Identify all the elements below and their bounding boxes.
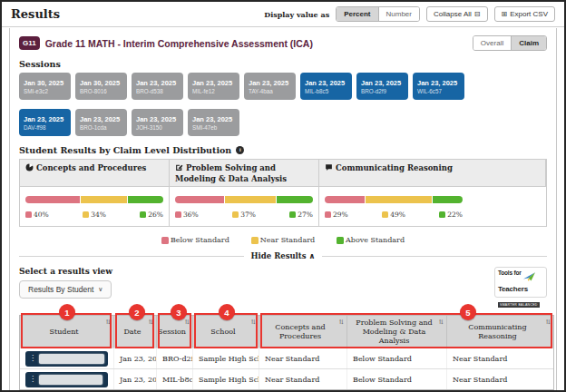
session-tile[interactable]: Jan 23, 2025WIL-6c57	[413, 73, 464, 100]
student-pill[interactable]: ⋮	[25, 372, 108, 387]
sort-icon[interactable]: ⇅	[185, 318, 190, 326]
claim-distribution-heading: Student Results by Claim Level Distribut…	[19, 145, 547, 155]
redacted-student-name	[39, 354, 104, 364]
student-pill[interactable]: ⋮	[25, 351, 108, 367]
hide-results-divider: Hide Results ∧	[19, 251, 547, 260]
column-header-concepts[interactable]: Concepts and Procedures⇅	[259, 316, 347, 348]
legend-label: Below Standard	[171, 236, 229, 244]
kebab-icon[interactable]: ⋮	[29, 376, 36, 383]
below-standard-swatch	[325, 211, 331, 218]
percent-button[interactable]: Percent	[337, 7, 377, 21]
session-code: JOH-3150	[136, 124, 179, 131]
session-date: Jan 23, 2025	[305, 79, 347, 87]
top-bar-controls: Display value as Percent Number Collapse…	[264, 6, 555, 22]
below-standard-segment	[175, 196, 224, 203]
session-tiles: Jan 30, 2025SMI-e3c2 Jan 30, 2025BRO-801…	[19, 73, 547, 136]
results-view-dropdown[interactable]: Results By Student ∨	[19, 280, 112, 299]
display-value-toggle: Percent Number	[336, 6, 420, 22]
info-icon[interactable]: i	[236, 146, 244, 154]
below-standard-swatch	[25, 211, 32, 218]
results-table-wrap: Student⇅ Date⇅ Session⇅ School⇅ Concepts…	[19, 315, 547, 390]
collapse-icon: ⊟	[474, 11, 481, 18]
chevron-up-icon: ∧	[309, 251, 316, 260]
collapse-all-button[interactable]: Collapse All ⊟	[426, 6, 488, 22]
above-standard-swatch	[140, 211, 146, 218]
table-header-row: Student⇅ Date⇅ Session⇅ School⇅ Concepts…	[20, 316, 553, 348]
column-header-communicating[interactable]: Communicating Reasoning⇅	[447, 316, 553, 348]
column-header-student[interactable]: Student⇅	[20, 316, 114, 348]
percent-row: 36% 37% 27%	[175, 211, 313, 219]
kebab-icon[interactable]: ⋮	[29, 355, 36, 362]
claim-header-problem-solving: Problem Solving and Modeling & Data Anal…	[170, 160, 319, 187]
results-view-heading: Select a results view	[19, 267, 547, 276]
claim-button[interactable]: Claim	[511, 36, 546, 50]
claim-name: Concepts and Procedures	[36, 163, 146, 172]
near-standard-swatch	[83, 211, 89, 218]
column-header-school[interactable]: School⇅	[193, 316, 259, 348]
stacked-bar	[175, 196, 313, 203]
session-tile[interactable]: Jan 23, 2025TAY-4baa	[244, 73, 296, 100]
near-standard-segment	[81, 196, 127, 203]
column-header-session[interactable]: Session⇅	[157, 316, 193, 348]
session-tile[interactable]: Jan 23, 2025JOH-3150	[132, 109, 183, 136]
below-standard-percent: 36%	[183, 211, 199, 219]
date-cell: Jan 23, 2025	[114, 348, 157, 368]
results-panel: G11 Grade 11 MATH - Interim Comprehensiv…	[9, 28, 557, 390]
sessions-heading: Sessions	[19, 59, 547, 69]
session-tile[interactable]: Jan 23, 2025MIL-b8c5	[300, 73, 352, 100]
session-code: SMI-47eb	[192, 124, 235, 131]
export-csv-button[interactable]: ⊞ Export CSV	[494, 6, 556, 22]
claim-header-communicating: Communicating Reasoning	[319, 160, 546, 187]
problem-solving-cell: Below Standard	[347, 348, 447, 368]
column-label: Concepts and Procedures	[263, 323, 337, 341]
session-code: SMI-e3c2	[24, 88, 66, 94]
column-header-problem-solving[interactable]: Problem Solving and Modeling & Data Anal…	[347, 316, 447, 348]
stacked-bar	[25, 196, 163, 203]
student-cell: ⋮	[20, 348, 114, 368]
sort-icon[interactable]: ⇅	[339, 318, 344, 326]
session-code: BRO-8016	[80, 88, 122, 94]
column-label: Session	[158, 328, 186, 337]
session-tile[interactable]: Jan 23, 2025BRO-d2f9	[356, 73, 408, 100]
session-date: Jan 23, 2025	[249, 79, 291, 87]
session-code: MIL-fe12	[192, 88, 235, 94]
column-label: Student	[49, 328, 78, 337]
problem-solving-cell: Below Standard	[347, 369, 447, 389]
session-date: Jan 30, 2025	[80, 79, 122, 87]
session-tile[interactable]: Jan 23, 2025BRO-1cda	[75, 109, 127, 136]
chevron-down-icon: ∨	[98, 286, 102, 293]
sort-icon[interactable]: ⇅	[251, 318, 256, 326]
percent-row: 29% 49% 22%	[325, 211, 463, 219]
overall-button[interactable]: Overall	[473, 36, 511, 50]
hide-results-link[interactable]: Hide Results ∧	[244, 251, 323, 260]
sort-icon[interactable]: ⇅	[149, 318, 153, 326]
session-tile[interactable]: Jan 30, 2025SMI-e3c2	[19, 73, 71, 100]
near-standard-percent: 37%	[240, 211, 256, 219]
claim-distribution-title: Student Results by Claim Level Distribut…	[19, 145, 231, 155]
collapse-all-label: Collapse All	[434, 10, 472, 18]
session-tile[interactable]: Jan 23, 2025MIL-fe12	[188, 73, 239, 100]
assessment-title: Grade 11 MATH - Interim Comprehensive As…	[45, 38, 313, 49]
session-tile[interactable]: Jan 30, 2025BRO-8016	[75, 73, 127, 100]
export-csv-label: Export CSV	[510, 10, 548, 18]
session-date: Jan 23, 2025	[192, 79, 235, 87]
export-csv-icon: ⊞	[502, 11, 508, 18]
column-label: Date	[123, 328, 141, 337]
session-tile[interactable]: Jan 23, 2025SMI-47eb	[188, 109, 239, 136]
pie-chart-icon	[25, 163, 34, 174]
session-tile[interactable]: Jan 23, 2025DAV-ff98	[19, 109, 71, 136]
sort-icon[interactable]: ⇅	[106, 318, 111, 326]
legend-label: Above Standard	[346, 236, 405, 244]
above-standard-percent: 26%	[148, 211, 163, 219]
sort-icon[interactable]: ⇅	[546, 318, 551, 326]
number-button[interactable]: Number	[378, 7, 419, 21]
claim-name: Communicating Reasoning	[336, 163, 453, 172]
session-tile[interactable]: Jan 23, 2025BRO-d538	[132, 73, 183, 100]
hide-results-label: Hide Results	[251, 251, 307, 260]
above-standard-segment	[128, 196, 163, 203]
school-cell: Sample High School	[193, 348, 259, 368]
claims-box: Concepts and Procedures Problem Solving …	[19, 159, 547, 227]
column-header-date[interactable]: Date⇅	[114, 316, 157, 348]
sort-icon[interactable]: ⇅	[439, 318, 444, 326]
above-standard-segment	[277, 196, 314, 203]
